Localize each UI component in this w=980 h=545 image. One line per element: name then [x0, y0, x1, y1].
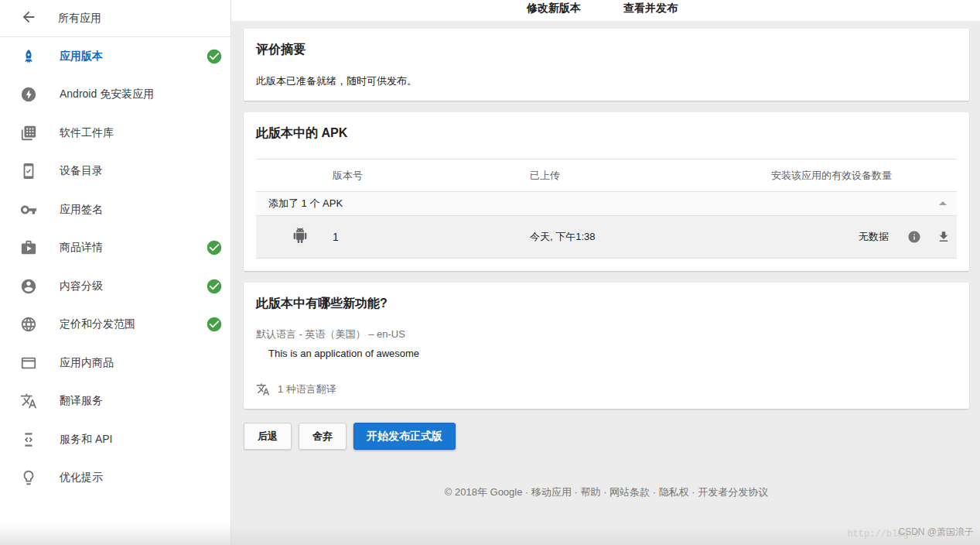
sidebar-item-label: 优化提示 — [60, 471, 103, 485]
sidebar-item-pricing-distribution[interactable]: 定价和分发范围 — [0, 306, 230, 344]
review-summary-body: 此版本已准备就绪，随时可供发布。 — [256, 74, 957, 88]
translations-row[interactable]: 1 种语言翻译 — [256, 382, 957, 396]
android-robot-icon — [292, 228, 308, 246]
in-app-products-icon — [20, 354, 39, 372]
main-content: 修改新版本 查看并发布 评价摘要 此版本已准备就绪，随时可供发布。 此版本中的 … — [231, 0, 980, 545]
apk-row: 1 今天, 下午1:38 无数据 — [256, 216, 957, 259]
review-summary-title: 评价摘要 — [256, 41, 957, 58]
release-steps-bar: 修改新版本 查看并发布 — [231, 0, 980, 21]
sidebar-item-label: 翻译服务 — [60, 394, 103, 408]
sidebar-item-label: 定价和分发范围 — [60, 317, 135, 331]
release-notes-text: This is an application of awesome — [268, 348, 957, 359]
whats-new-title: 此版本中有哪些新功能? — [256, 295, 957, 312]
sidebar-item-in-app-products[interactable]: 应用内商品 — [0, 344, 230, 382]
sidebar-item-store-listing[interactable]: 商品详情 — [0, 229, 230, 268]
check-circle-icon — [206, 278, 223, 295]
apk-uploaded-time: 今天, 下午1:38 — [530, 230, 596, 244]
services-api-icon — [20, 430, 39, 449]
whats-new-card: 此版本中有哪些新功能? 默认语言 - 英语（美国） – en-US This i… — [244, 283, 969, 409]
apk-version-code: 1 — [333, 231, 339, 243]
sidebar-item-label: 软件工件库 — [60, 126, 114, 140]
sidebar-bottom-fade — [0, 522, 230, 545]
check-circle-icon — [206, 239, 223, 256]
flash-icon — [20, 85, 39, 104]
sidebar-item-services-api[interactable]: 服务和 API — [0, 420, 230, 459]
sidebar-item-label: 应用版本 — [60, 50, 103, 63]
key-icon — [20, 201, 39, 219]
review-summary-card: 评价摘要 此版本已准备就绪，随时可供发布。 — [244, 29, 969, 101]
apk-group-label: 添加了 1 个 APK — [268, 197, 343, 211]
sidebar-item-app-signing[interactable]: 应用签名 — [0, 190, 230, 229]
column-header-version: 版本号 — [333, 169, 363, 183]
sidebar-item-label: 应用内商品 — [60, 356, 114, 370]
sidebar-item-label: 内容分级 — [60, 279, 103, 293]
play-console-app: 所有应用 应用版本 Android 免安装应用 软件工件库 — [0, 0, 980, 545]
sidebar-item-label: 服务和 API — [60, 433, 112, 447]
sidebar-item-app-releases[interactable]: 应用版本 — [0, 37, 230, 76]
sidebar-item-label: Android 免安装应用 — [60, 87, 154, 101]
sidebar-item-label: 应用签名 — [60, 203, 103, 217]
watermark-csdn: CSDN @萧国浪子 — [898, 526, 974, 539]
apk-group-row[interactable]: 添加了 1 个 APK — [256, 192, 957, 216]
sidebar-item-artifact-library[interactable]: 软件工件库 — [0, 114, 230, 153]
sidebar-item-device-catalog[interactable]: 设备目录 — [0, 153, 230, 191]
apk-table-header: 版本号 已上传 安装该应用的有效设备数量 — [256, 159, 957, 192]
tab-edit-release[interactable]: 修改新版本 — [527, 2, 581, 15]
sidebar-item-label: 设备目录 — [60, 164, 103, 178]
apk-devices-value: 无数据 — [859, 230, 889, 244]
translate-icon — [20, 392, 39, 410]
check-circle-icon — [206, 316, 223, 333]
apk-table: 版本号 已上传 安装该应用的有效设备数量 添加了 1 个 APK — [256, 159, 957, 259]
translations-count-label: 1 种语言翻译 — [278, 382, 336, 396]
start-rollout-button[interactable]: 开始发布正式版 — [353, 423, 456, 450]
footer-links[interactable]: © 2018年 Google · 移动应用 · 帮助 · 网站条款 · 隐私权 … — [244, 485, 969, 499]
translate-small-icon — [256, 382, 270, 396]
cards-container: 评价摘要 此版本已准备就绪，随时可供发布。 此版本中的 APK 版本号 已上传 … — [231, 21, 980, 409]
apk-card-title: 此版本中的 APK — [256, 125, 957, 142]
apk-card: 此版本中的 APK 版本号 已上传 安装该应用的有效设备数量 添加了 1 个 A… — [244, 112, 969, 271]
back-arrow-icon — [20, 9, 37, 29]
sidebar-item-content-rating[interactable]: 内容分级 — [0, 267, 230, 306]
globe-icon — [20, 315, 39, 334]
apk-row-right-cluster: 无数据 — [859, 216, 951, 258]
lightbulb-icon — [20, 468, 39, 487]
column-header-uploaded: 已上传 — [530, 169, 560, 183]
sidebar-item-label: 商品详情 — [60, 241, 103, 255]
sidebar-item-translation-service[interactable]: 翻译服务 — [0, 382, 230, 421]
sidebar-item-instant-apps[interactable]: Android 免安装应用 — [0, 76, 230, 115]
info-icon[interactable] — [907, 230, 921, 244]
download-icon[interactable] — [937, 230, 951, 244]
tab-review-rollout[interactable]: 查看并发布 — [623, 2, 678, 15]
rocket-icon — [20, 47, 39, 66]
sidebar-item-optimization-tips[interactable]: 优化提示 — [0, 459, 230, 498]
default-language-line: 默认语言 - 英语（美国） – en-US — [256, 327, 957, 341]
back-button[interactable]: 后退 — [244, 423, 292, 450]
content-rating-icon — [20, 277, 39, 296]
sidebar-back-label: 所有应用 — [58, 12, 101, 26]
sidebar: 所有应用 应用版本 Android 免安装应用 软件工件库 — [0, 0, 231, 545]
artifact-library-icon — [20, 124, 39, 142]
check-circle-icon — [206, 48, 223, 65]
store-listing-icon — [20, 238, 39, 257]
actions-bar: 后退 舍弃 开始发布正式版 — [244, 423, 969, 450]
discard-button[interactable]: 舍弃 — [299, 423, 347, 450]
collapse-arrow-icon[interactable] — [934, 194, 952, 213]
column-header-devices: 安装该应用的有效设备数量 — [771, 169, 892, 183]
sidebar-back-all-apps[interactable]: 所有应用 — [0, 0, 230, 37]
device-catalog-icon — [20, 162, 39, 180]
